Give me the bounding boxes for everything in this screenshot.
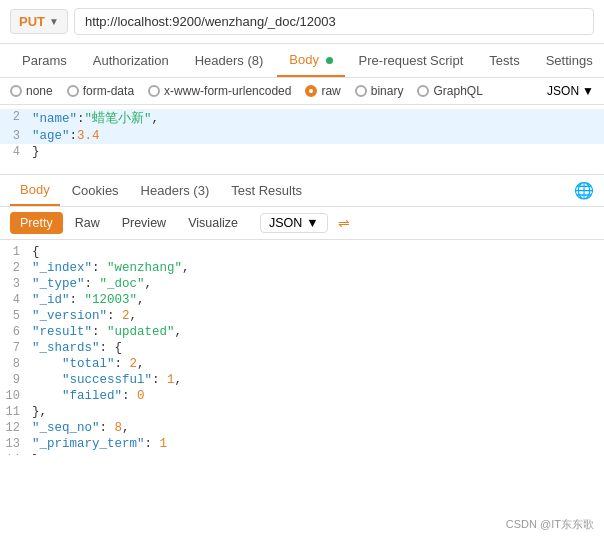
tab-response-body[interactable]: Body (10, 175, 60, 206)
resp-line-5: 5 "_version": 2, (0, 308, 604, 324)
code-line-3: 3 "age":3.4 (0, 128, 604, 144)
option-urlencoded[interactable]: x-www-form-urlencoded (148, 84, 291, 98)
url-input[interactable] (74, 8, 594, 35)
tab-params[interactable]: Params (10, 45, 79, 76)
method-label: PUT (19, 14, 45, 29)
btn-pretty[interactable]: Pretty (10, 212, 63, 234)
resp-line-7: 7 "_shards": { (0, 340, 604, 356)
tab-headers[interactable]: Headers (8) (183, 45, 276, 76)
resp-line-1: 1 { (0, 244, 604, 260)
tab-pre-request[interactable]: Pre-request Script (347, 45, 476, 76)
resp-line-8: 8 "total": 2, (0, 356, 604, 372)
resp-line-13: 13 "_primary_term": 1 (0, 436, 604, 452)
resp-line-14: 14 } (0, 452, 604, 455)
resp-line-2: 2 "_index": "wenzhang", (0, 260, 604, 276)
option-binary[interactable]: binary (355, 84, 404, 98)
resp-line-3: 3 "_type": "_doc", (0, 276, 604, 292)
request-body-editor[interactable]: 2 "name":"蜡笔小新", 3 "age":3.4 4 } (0, 105, 604, 175)
resp-line-12: 12 "_seq_no": 8, (0, 420, 604, 436)
view-options: Pretty Raw Preview Visualize JSON ▼ ⇌ (0, 207, 604, 240)
method-select[interactable]: PUT ▼ (10, 9, 68, 34)
btn-visualize[interactable]: Visualize (178, 212, 248, 234)
code-line-4: 4 } (0, 144, 604, 160)
response-format-label: JSON (269, 216, 302, 230)
response-format-select[interactable]: JSON ▼ (260, 213, 328, 233)
btn-preview[interactable]: Preview (112, 212, 176, 234)
code-line-2: 2 "name":"蜡笔小新", (0, 109, 604, 128)
option-form-data[interactable]: form-data (67, 84, 134, 98)
response-tabs: Body Cookies Headers (3) Test Results 🌐 (0, 175, 604, 207)
body-options: none form-data x-www-form-urlencoded raw… (0, 78, 604, 105)
tab-tests[interactable]: Tests (477, 45, 531, 76)
tab-body[interactable]: Body (277, 44, 344, 77)
chevron-down-icon: ▼ (49, 16, 59, 27)
chevron-response-icon: ▼ (306, 216, 318, 230)
resp-line-11: 11 }, (0, 404, 604, 420)
watermark: CSDN @IT东东歌 (506, 517, 594, 532)
body-dot (326, 57, 333, 64)
option-none[interactable]: none (10, 84, 53, 98)
btn-raw[interactable]: Raw (65, 212, 110, 234)
radio-urlencoded (148, 85, 160, 97)
tab-cookies[interactable]: Cookies (62, 176, 129, 205)
resp-line-10: 10 "failed": 0 (0, 388, 604, 404)
tab-response-headers[interactable]: Headers (3) (131, 176, 220, 205)
radio-binary (355, 85, 367, 97)
tab-test-results[interactable]: Test Results (221, 176, 312, 205)
resp-line-9: 9 "successful": 1, (0, 372, 604, 388)
radio-raw (305, 85, 317, 97)
resp-line-6: 6 "result": "updated", (0, 324, 604, 340)
tab-settings[interactable]: Settings (534, 45, 604, 76)
option-raw[interactable]: raw (305, 84, 340, 98)
json-format-select[interactable]: JSON ▼ (547, 84, 594, 98)
url-bar: PUT ▼ (0, 0, 604, 44)
radio-none (10, 85, 22, 97)
resp-line-4: 4 "_id": "12003", (0, 292, 604, 308)
option-graphql[interactable]: GraphQL (417, 84, 482, 98)
response-body: 1 { 2 "_index": "wenzhang", 3 "_type": "… (0, 240, 604, 455)
sort-icon[interactable]: ⇌ (338, 215, 350, 231)
json-label: JSON (547, 84, 579, 98)
chevron-json-icon: ▼ (582, 84, 594, 98)
radio-form-data (67, 85, 79, 97)
globe-icon[interactable]: 🌐 (574, 181, 594, 200)
radio-graphql (417, 85, 429, 97)
tab-authorization[interactable]: Authorization (81, 45, 181, 76)
request-tabs: Params Authorization Headers (8) Body Pr… (0, 44, 604, 78)
